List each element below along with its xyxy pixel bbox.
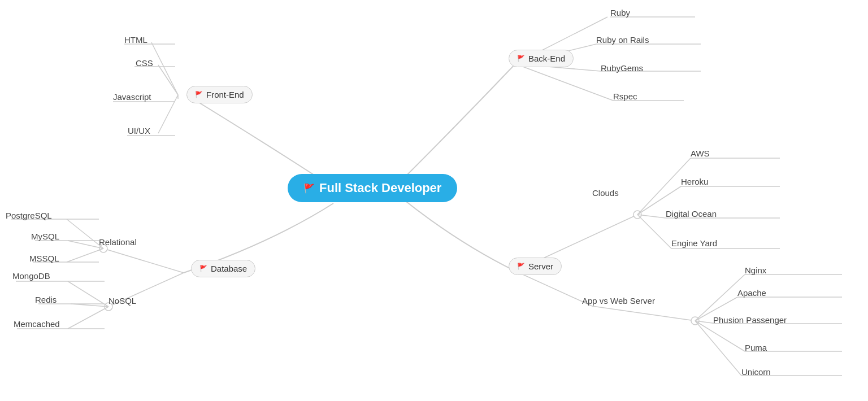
server-flag-icon: 🚩 bbox=[517, 263, 525, 270]
leaf-mysql: MySQL bbox=[31, 232, 59, 241]
svg-line-16 bbox=[103, 249, 184, 273]
svg-line-35 bbox=[637, 158, 691, 215]
leaf-css: CSS bbox=[136, 58, 153, 68]
backend-branch: 🚩 Back-End bbox=[509, 50, 574, 67]
leaf-engine-yard: Engine Yard bbox=[671, 238, 717, 248]
svg-line-49 bbox=[695, 321, 741, 376]
svg-line-28 bbox=[68, 307, 108, 329]
relational-sublabel: Relational bbox=[99, 237, 137, 247]
svg-point-44 bbox=[691, 317, 699, 325]
frontend-branch: 🚩 Front-End bbox=[186, 86, 253, 103]
leaf-apache: Apache bbox=[737, 288, 766, 298]
leaf-aws: AWS bbox=[691, 149, 710, 158]
center-node: 🚩 Full Stack Developer bbox=[288, 174, 457, 202]
svg-line-33 bbox=[515, 271, 592, 306]
svg-line-0 bbox=[151, 42, 178, 95]
leaf-mssql: MSSQL bbox=[29, 254, 59, 263]
svg-line-20 bbox=[68, 241, 103, 249]
leaf-uiux: UI/UX bbox=[128, 126, 150, 136]
server-label: Server bbox=[528, 261, 553, 271]
leaf-unicorn: Unicorn bbox=[741, 367, 771, 377]
leaf-postgresql: PostgreSQL bbox=[6, 211, 52, 220]
svg-point-34 bbox=[633, 211, 641, 219]
leaf-phusion-passenger: Phusion Passenger bbox=[713, 315, 787, 325]
database-flag-icon: 🚩 bbox=[199, 265, 207, 272]
leaf-ruby-on-rails: Ruby on Rails bbox=[596, 35, 649, 45]
svg-line-37 bbox=[637, 215, 666, 218]
database-branch: 🚩 Database bbox=[191, 260, 255, 277]
svg-line-38 bbox=[637, 215, 671, 249]
leaf-mongodb: MongoDB bbox=[12, 271, 50, 281]
frontend-label: Front-End bbox=[206, 90, 244, 99]
server-branch: 🚩 Server bbox=[509, 258, 562, 275]
leaf-redis: Redis bbox=[35, 295, 57, 304]
svg-line-19 bbox=[67, 219, 103, 249]
leaf-heroku: Heroku bbox=[681, 177, 708, 186]
backend-flag-icon: 🚩 bbox=[517, 55, 525, 62]
leaf-rubygems: RubyGems bbox=[601, 63, 643, 73]
appweb-sublabel: App vs Web Server bbox=[582, 296, 655, 306]
center-label: Full Stack Developer bbox=[319, 181, 441, 195]
svg-line-11 bbox=[515, 64, 613, 101]
leaf-digital-ocean: Digital Ocean bbox=[666, 209, 717, 219]
leaf-puma: Puma bbox=[745, 343, 767, 352]
backend-label: Back-End bbox=[528, 54, 565, 63]
svg-line-43 bbox=[592, 306, 695, 321]
svg-line-3 bbox=[158, 95, 178, 133]
svg-line-21 bbox=[67, 249, 103, 262]
center-flag-icon: 🚩 bbox=[303, 183, 315, 194]
leaf-rspec: Rspec bbox=[613, 91, 637, 101]
svg-line-48 bbox=[695, 321, 745, 351]
leaf-memcached: Memcached bbox=[14, 319, 60, 329]
leaf-javascript: Javascript bbox=[113, 92, 151, 102]
clouds-sublabel: Clouds bbox=[592, 188, 619, 198]
leaf-ruby: Ruby bbox=[610, 8, 630, 18]
leaf-html: HTML bbox=[124, 35, 147, 45]
frontend-flag-icon: 🚩 bbox=[195, 91, 203, 98]
leaf-nginx: Nginx bbox=[745, 265, 766, 275]
svg-line-27 bbox=[71, 304, 108, 307]
svg-line-26 bbox=[68, 281, 108, 307]
nosql-sublabel: NoSQL bbox=[108, 296, 136, 306]
svg-line-45 bbox=[695, 274, 745, 321]
database-label: Database bbox=[211, 264, 247, 273]
svg-line-1 bbox=[158, 65, 178, 95]
